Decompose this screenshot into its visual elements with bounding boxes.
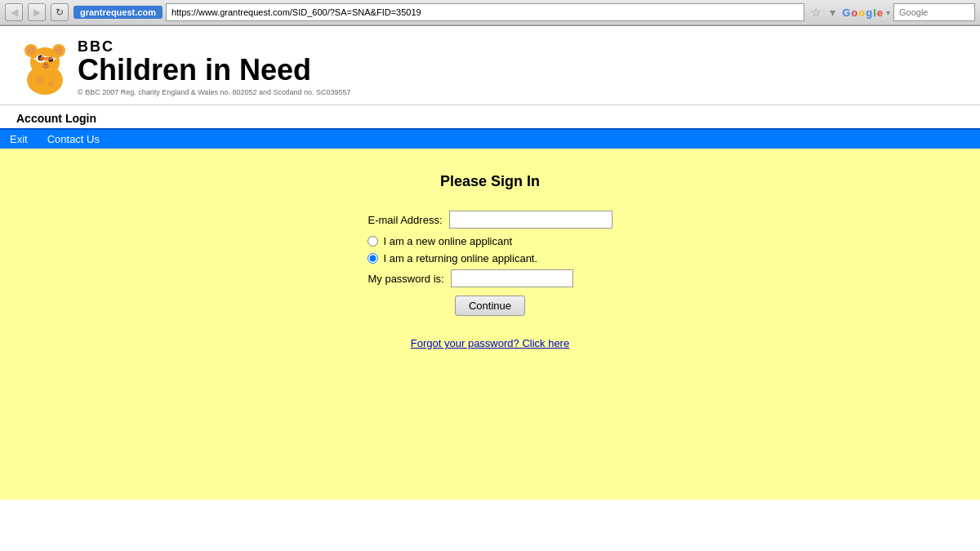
- signin-title: Please Sign In: [286, 173, 694, 190]
- contact-us-link[interactable]: Contact Us: [38, 130, 109, 149]
- returning-applicant-label: I am a returning online applicant.: [383, 252, 537, 264]
- password-row: My password is:: [368, 269, 612, 287]
- forgot-password-link[interactable]: Forgot your password? Click here: [411, 337, 569, 349]
- page-header: BBC Children in Need © BBC 2007 Reg. cha…: [0, 26, 980, 105]
- email-row: E-mail Address:: [368, 211, 612, 229]
- address-bar[interactable]: [166, 3, 804, 21]
- radio-block: I am a new online applicant I am a retur…: [368, 235, 612, 264]
- email-label: E-mail Address:: [368, 214, 442, 226]
- browser-toolbar: ◀ ▶ ↻ grantrequest.com ☆ ▾ Google ▾: [0, 0, 980, 25]
- site-badge[interactable]: grantrequest.com: [74, 6, 163, 19]
- svg-point-11: [43, 63, 48, 66]
- svg-point-10: [51, 57, 52, 59]
- svg-point-5: [55, 47, 63, 55]
- continue-button[interactable]: Continue: [455, 295, 525, 316]
- search-dropdown-icon: ▾: [886, 8, 890, 17]
- svg-point-4: [27, 47, 35, 55]
- svg-point-13: [36, 77, 42, 83]
- bbc-logo-text: BBC Children in Need © BBC 2007 Reg. cha…: [78, 38, 351, 96]
- google-logo: Google: [842, 7, 883, 19]
- forward-button[interactable]: ▶: [28, 3, 46, 21]
- nav-bar: Exit Contact Us: [0, 128, 980, 149]
- refresh-button[interactable]: ↻: [51, 3, 69, 21]
- logo-area: BBC Children in Need © BBC 2007 Reg. cha…: [16, 38, 964, 96]
- forgot-password-row: Forgot your password? Click here: [368, 337, 612, 349]
- svg-rect-12: [39, 57, 51, 60]
- copyright-text: © BBC 2007 Reg. charity England & Wales …: [78, 88, 351, 96]
- svg-point-14: [48, 82, 53, 87]
- site-title: Children in Need: [78, 56, 351, 85]
- pudsey-bear-logo: [16, 39, 74, 96]
- address-bar-group: grantrequest.com: [74, 3, 804, 21]
- login-form: E-mail Address: I am a new online applic…: [368, 211, 612, 349]
- star-down-icon: ▾: [830, 6, 835, 19]
- email-input[interactable]: [449, 211, 612, 229]
- new-applicant-label: I am a new online applicant: [383, 235, 512, 247]
- account-login-bar: Account Login: [0, 105, 980, 128]
- new-applicant-row: I am a new online applicant: [368, 235, 612, 247]
- star-icon: ☆: [811, 6, 822, 19]
- password-input[interactable]: [451, 269, 573, 287]
- browser-chrome: ◀ ▶ ↻ grantrequest.com ☆ ▾ Google ▾: [0, 0, 980, 26]
- search-group: Google ▾: [842, 3, 975, 21]
- signin-container: Please Sign In E-mail Address: I am a ne…: [286, 173, 694, 349]
- main-content: Please Sign In E-mail Address: I am a ne…: [0, 149, 980, 500]
- browser-search-input[interactable]: [893, 3, 975, 21]
- back-button[interactable]: ◀: [5, 3, 23, 21]
- account-login-title: Account Login: [16, 112, 96, 125]
- continue-row: Continue: [368, 295, 612, 327]
- returning-applicant-row: I am a returning online applicant.: [368, 252, 612, 264]
- password-label: My password is:: [368, 273, 443, 285]
- new-applicant-radio[interactable]: [368, 236, 378, 247]
- exit-link[interactable]: Exit: [0, 130, 38, 149]
- returning-applicant-radio[interactable]: [368, 253, 378, 264]
